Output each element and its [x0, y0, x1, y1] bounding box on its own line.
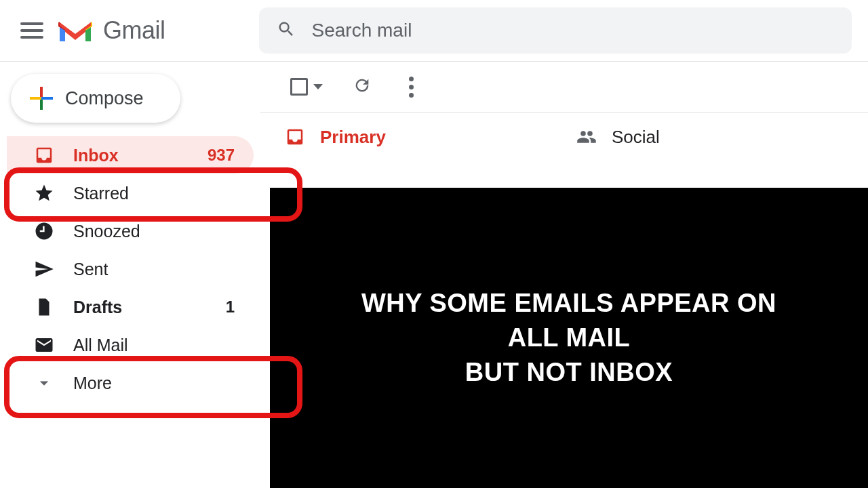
plus-icon	[30, 87, 53, 110]
search-icon	[277, 20, 296, 41]
sidebar-item-allmail[interactable]: All Mail	[7, 326, 254, 364]
title-overlay: WHY SOME EMAILS APPEAR ON ALL MAIL BUT N…	[270, 188, 868, 488]
snoozed-label: Snoozed	[73, 222, 235, 241]
starred-label: Starred	[73, 184, 235, 203]
overlay-line-3: BUT NOT INBOX	[465, 355, 673, 390]
tab-primary[interactable]: Primary	[285, 113, 576, 161]
inbox-icon	[34, 145, 54, 165]
sidebar-item-more[interactable]: More	[7, 364, 254, 402]
sidebar-item-starred[interactable]: Starred	[7, 174, 254, 212]
sidebar-item-inbox[interactable]: Inbox 937	[7, 136, 254, 174]
main-pane: Primary Social WHY SOME EMAILS APPEAR ON…	[260, 62, 868, 488]
overlay-line-2: ALL MAIL	[508, 321, 631, 355]
more-menu-button[interactable]	[401, 77, 420, 98]
checkbox-icon	[290, 78, 308, 96]
overlay-line-1: WHY SOME EMAILS APPEAR ON	[361, 286, 776, 321]
sidebar: Compose Inbox 937 Starred	[0, 62, 260, 488]
drafts-label: Drafts	[73, 298, 207, 317]
tab-social-label: Social	[612, 127, 660, 148]
dropdown-caret-icon	[313, 84, 323, 89]
inbox-count: 937	[208, 146, 235, 165]
sidebar-item-sent[interactable]: Sent	[7, 250, 254, 288]
inbox-label: Inbox	[73, 146, 189, 165]
search-input[interactable]	[312, 20, 834, 41]
allmail-label: All Mail	[73, 336, 235, 355]
header: Gmail	[0, 0, 868, 61]
send-icon	[34, 259, 54, 279]
drafts-count: 1	[226, 298, 235, 317]
compose-button[interactable]: Compose	[11, 74, 180, 123]
clock-icon	[34, 221, 54, 241]
logo[interactable]: Gmail	[57, 16, 165, 45]
inbox-tabs: Primary Social	[260, 113, 868, 161]
tab-primary-label: Primary	[320, 127, 386, 148]
file-icon	[34, 297, 54, 317]
refresh-button[interactable]	[353, 76, 372, 98]
brand-text: Gmail	[103, 16, 165, 45]
menu-icon[interactable]	[20, 18, 45, 43]
envelope-icon	[34, 335, 54, 355]
more-label: More	[73, 373, 235, 393]
compose-label: Compose	[65, 88, 144, 109]
people-icon	[576, 127, 597, 147]
sidebar-item-drafts[interactable]: Drafts 1	[7, 288, 254, 326]
chevron-down-icon	[34, 373, 54, 393]
search-bar[interactable]	[259, 7, 852, 54]
toolbar	[260, 62, 868, 112]
star-icon	[34, 183, 54, 203]
select-all[interactable]	[290, 78, 323, 96]
inbox-tab-icon	[285, 127, 305, 147]
sent-label: Sent	[73, 260, 235, 279]
tab-social[interactable]: Social	[576, 113, 868, 161]
sidebar-item-snoozed[interactable]: Snoozed	[7, 212, 254, 250]
gmail-m-icon	[57, 17, 94, 44]
